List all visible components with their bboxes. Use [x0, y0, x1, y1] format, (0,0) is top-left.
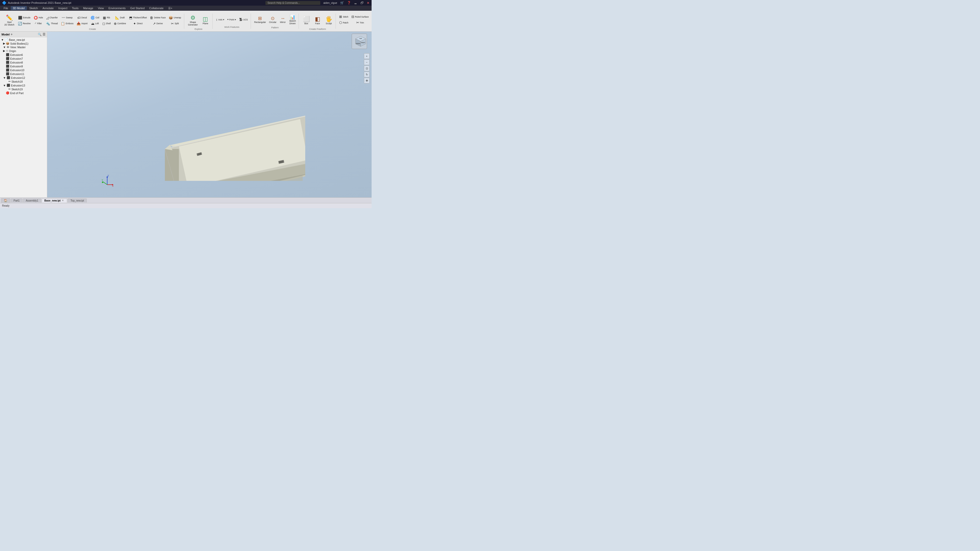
rectangular-button[interactable]: ⊞ Rectangular	[253, 14, 267, 26]
sketch-button[interactable]: ✏️ Start2D Sketch	[3, 14, 16, 27]
menu-item-collaborate[interactable]: Collaborate	[147, 6, 165, 10]
tree-item-origin[interactable]: ▶ ⊹ Origin	[0, 49, 47, 53]
trim-button[interactable]: ✂Trim	[350, 20, 370, 25]
cart-icon[interactable]: 🛒	[340, 1, 344, 5]
menu-item-annotate[interactable]: Annotate	[40, 6, 56, 10]
chamfer-button[interactable]: ◿Chamfer	[45, 15, 59, 21]
import-button[interactable]: 📥Import	[75, 21, 89, 26]
ruledsurface-button[interactable]: ⊟Ruled Surface	[350, 14, 370, 20]
menu-item-more[interactable]: ☰+	[166, 6, 174, 11]
zoom-out-button[interactable]: −	[364, 59, 369, 65]
tree-item-extrusion6[interactable]: ▶ ⬛ Extrusion6	[0, 53, 47, 57]
tree-item-extrusion7[interactable]: ▶ ⬛ Extrusion7	[0, 57, 47, 60]
shell-button[interactable]: ◻Shell	[101, 21, 112, 26]
tree-item-extrusion10[interactable]: ▶ ⬛ Extrusion10	[0, 68, 47, 72]
close-button[interactable]: ✕	[367, 1, 369, 5]
box-button[interactable]: ⬜ Box	[301, 14, 312, 27]
tree-item-extrusion8[interactable]: ▶ ⬛ Extrusion8	[0, 60, 47, 64]
extrude-button[interactable]: ⬛Extrude	[17, 15, 32, 21]
sculpt-button[interactable]: 🖐 Sculpt	[323, 14, 334, 27]
orbit-button[interactable]: ↻	[364, 72, 369, 77]
tree-item-extrusion13[interactable]: ▼ ⬛ Extrusion13	[0, 83, 47, 87]
tree-item-endofpart[interactable]: ▶ 🔴 End of Part	[0, 91, 47, 95]
thread-button[interactable]: 🔩Thread	[45, 21, 59, 26]
coil-button[interactable]: 🌀Coil	[89, 15, 100, 21]
menu-item-environments[interactable]: Environments	[107, 6, 127, 10]
emboss-button[interactable]: 📋Emboss	[59, 21, 75, 26]
tab-base-new[interactable]: Base_new.ipt ✕	[41, 198, 67, 203]
menu-item-getstarted[interactable]: Get Started	[128, 6, 146, 10]
model-tab[interactable]: Model	[2, 33, 10, 36]
menu-item-file[interactable]: File	[2, 6, 10, 10]
tab-assembly1[interactable]: Assembly1	[23, 198, 41, 203]
repairbodies-button[interactable]: 🔧Repair Bodies	[371, 20, 372, 25]
pan-button[interactable]: ✥	[364, 78, 369, 83]
tree-item-sketch19[interactable]: ▶ ✏ Sketch19	[0, 87, 47, 91]
tree-item-sketch18[interactable]: ▶ ✏ Sketch18	[0, 79, 47, 83]
stitch-button[interactable]: ⊠Stitch	[338, 14, 350, 20]
loft-button[interactable]: ⛰Loft	[89, 21, 100, 26]
combine-button[interactable]: ⊕Combine	[113, 21, 127, 26]
menu-item-inspect[interactable]: Inspect	[56, 6, 69, 10]
tree-item-extrusion12[interactable]: ▼ ⬛ Extrusion12	[0, 76, 47, 79]
direct-button[interactable]: ✦Direct	[128, 21, 148, 26]
tree-item-extrusion11[interactable]: ▶ ⬛ Extrusion11	[0, 72, 47, 76]
browser-menu-icon[interactable]: ☰	[43, 33, 45, 36]
circular-button[interactable]: ⊙ Circular	[268, 14, 278, 26]
minimize-button[interactable]: 🗕	[354, 1, 357, 5]
browser-search-icon[interactable]: 🔍	[38, 33, 41, 36]
split-button[interactable]: ✂Split	[167, 21, 182, 26]
face-button[interactable]: ◧ Face	[312, 14, 323, 27]
restore-button[interactable]: 🗗	[360, 1, 364, 5]
menu-item-sketch[interactable]: Sketch	[27, 6, 40, 10]
surface-buttons: ⊠Stitch ⬡Patch ⊟Ruled Surface ✂Trim	[338, 14, 372, 25]
thicken-button[interactable]: ⬒Thicken/Offset	[128, 15, 148, 21]
ribbon-group-create: ✏️ Start2D Sketch ⬛Extrude 🔄Revolve ⭕Hol…	[1, 14, 184, 29]
3d-viewport[interactable]: TOP FRONT RIGHT + − ⊡ ↻ ✥	[47, 32, 372, 197]
tree-item-extrusion9[interactable]: ▶ ⬛ Extrusion9	[0, 64, 47, 68]
menu-item-tools[interactable]: Tools	[70, 6, 81, 10]
tab-part1[interactable]: Part1	[11, 198, 22, 203]
add-tab-button[interactable]: +	[11, 32, 13, 36]
revolve-button[interactable]: 🔄Revolve	[17, 21, 32, 26]
shape-generator-button[interactable]: ⚙ ShapeGenerator	[186, 14, 200, 27]
plane-button[interactable]: ◫ Plane	[200, 14, 211, 27]
hole-button[interactable]: ⭕Hole	[32, 15, 44, 21]
pattern-group-label: Pattern	[271, 26, 279, 29]
tree-item-viewmaster[interactable]: ▼ 👁 View: Master	[0, 45, 47, 49]
viewcube[interactable]: TOP FRONT RIGHT	[352, 34, 369, 52]
search-help[interactable]: Search Help & Commands...	[266, 1, 320, 5]
explore-buttons: ⚙ ShapeGenerator ◫ Plane	[186, 14, 211, 27]
tab-close-base[interactable]: ✕	[61, 199, 64, 202]
draft-button[interactable]: 📐Draft	[113, 15, 127, 21]
ucs-button[interactable]: 🗜UCS	[238, 17, 249, 22]
status-text: Ready	[2, 204, 10, 207]
sweep-button[interactable]: 〰Sweep	[59, 15, 75, 21]
derive-button[interactable]: ↗Derive	[148, 21, 167, 26]
menu-item-view[interactable]: View	[96, 6, 106, 10]
svg-text:X: X	[112, 185, 114, 187]
viewcube-box[interactable]: TOP FRONT RIGHT	[352, 34, 367, 49]
menu-item-manage[interactable]: Manage	[81, 6, 95, 10]
help-icon[interactable]: ❓	[347, 1, 351, 5]
fit-view-button[interactable]: ⊡	[364, 65, 369, 71]
deleteface-button[interactable]: 🗑Delete Face	[148, 15, 167, 21]
status-bar: Ready	[0, 203, 372, 208]
zoom-in-button[interactable]: +	[364, 53, 369, 59]
tab-top-new[interactable]: Top_new.ipt	[68, 198, 87, 203]
patch-button[interactable]: ⬡Patch	[338, 20, 350, 25]
tree-item-root[interactable]: ▼ 📄 Base_new.ipt	[0, 38, 47, 41]
tree-item-solidbodies[interactable]: ▶ 📦 Solid Bodies(1)	[0, 41, 47, 45]
replaceface-button[interactable]: 🔃Replace Face	[371, 14, 372, 20]
mirror-button[interactable]: ↔ Mirror	[278, 14, 287, 26]
sketchdriven-button[interactable]: 📊 SketchDriven	[288, 14, 297, 26]
tab-home[interactable]: 🏠	[1, 198, 10, 203]
axis-button[interactable]: ↕Axis ▾	[215, 17, 226, 22]
unwrap-button[interactable]: 📦Unwrap	[167, 15, 182, 21]
fillet-button[interactable]: ◜Fillet	[32, 21, 44, 26]
svg-line-41	[103, 182, 107, 185]
rib-button[interactable]: ▦Rib	[101, 15, 112, 21]
point-button[interactable]: •Point ▾	[226, 17, 237, 22]
decal-button[interactable]: 🏷Decal	[75, 15, 89, 21]
menu-item-3dmodel[interactable]: 3D Model	[11, 6, 27, 10]
